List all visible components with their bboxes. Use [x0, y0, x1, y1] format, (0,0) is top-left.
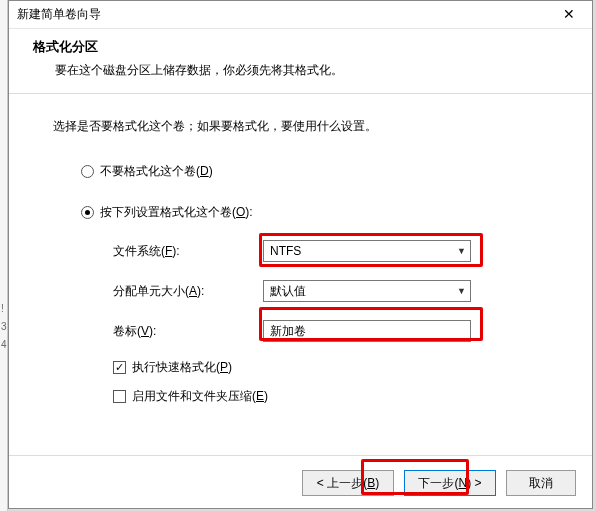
allocation-select[interactable]: 默认值 ▼ [263, 280, 471, 302]
row-volume-label: 卷标(V): 新加卷 [113, 319, 548, 343]
format-options: 文件系统(F): NTFS ▼ 分配单元大小(A): 默认值 ▼ 卷标(V) [113, 239, 548, 405]
background-left-strip [0, 0, 8, 511]
instruction-text: 选择是否要格式化这个卷；如果要格式化，要使用什么设置。 [53, 118, 548, 135]
filesystem-select[interactable]: NTFS ▼ [263, 240, 471, 262]
checkbox-quick-format[interactable]: ✓ 执行快速格式化(P) [113, 359, 548, 376]
checkbox-compress[interactable]: 启用文件和文件夹压缩(E) [113, 388, 548, 405]
wizard-window: 新建简单卷向导 ✕ 格式化分区 要在这个磁盘分区上储存数据，你必须先将其格式化。… [8, 0, 593, 509]
allocation-label: 分配单元大小(A): [113, 283, 263, 300]
next-button[interactable]: 下一步(N) > [404, 470, 496, 496]
volume-label-value: 新加卷 [270, 323, 306, 340]
checkbox-icon-checked: ✓ [113, 361, 126, 374]
background-marks: !34 [1, 300, 7, 354]
volume-label-input[interactable]: 新加卷 [263, 320, 471, 342]
radio-no-format[interactable]: 不要格式化这个卷(D) [81, 163, 548, 180]
wizard-header: 格式化分区 要在这个磁盘分区上储存数据，你必须先将其格式化。 [9, 29, 592, 87]
row-allocation: 分配单元大小(A): 默认值 ▼ [113, 279, 548, 303]
radio-icon-unchecked [81, 165, 94, 178]
window-title: 新建简单卷向导 [17, 6, 101, 23]
close-icon: ✕ [563, 6, 575, 22]
header-title: 格式化分区 [33, 39, 568, 56]
close-button[interactable]: ✕ [548, 1, 590, 27]
compress-label: 启用文件和文件夹压缩(E) [132, 388, 268, 405]
footer-divider [9, 455, 592, 456]
radio-format-label: 按下列设置格式化这个卷(O): [100, 204, 253, 221]
quick-format-label: 执行快速格式化(P) [132, 359, 232, 376]
chevron-down-icon: ▼ [457, 246, 466, 256]
content-area: 选择是否要格式化这个卷；如果要格式化，要使用什么设置。 不要格式化这个卷(D) … [9, 94, 592, 427]
cancel-button[interactable]: 取消 [506, 470, 576, 496]
filesystem-label: 文件系统(F): [113, 243, 263, 260]
checkbox-icon-unchecked [113, 390, 126, 403]
volume-label-label: 卷标(V): [113, 323, 263, 340]
filesystem-value: NTFS [270, 244, 301, 258]
footer-buttons: < 上一步(B) 下一步(N) > 取消 [302, 470, 576, 496]
radio-format[interactable]: 按下列设置格式化这个卷(O): [81, 204, 548, 221]
back-button[interactable]: < 上一步(B) [302, 470, 394, 496]
row-filesystem: 文件系统(F): NTFS ▼ [113, 239, 548, 263]
allocation-value: 默认值 [270, 283, 306, 300]
header-subtitle: 要在这个磁盘分区上储存数据，你必须先将其格式化。 [33, 62, 568, 79]
radio-no-format-label: 不要格式化这个卷(D) [100, 163, 213, 180]
radio-icon-checked [81, 206, 94, 219]
titlebar: 新建简单卷向导 ✕ [9, 1, 592, 29]
chevron-down-icon: ▼ [457, 286, 466, 296]
